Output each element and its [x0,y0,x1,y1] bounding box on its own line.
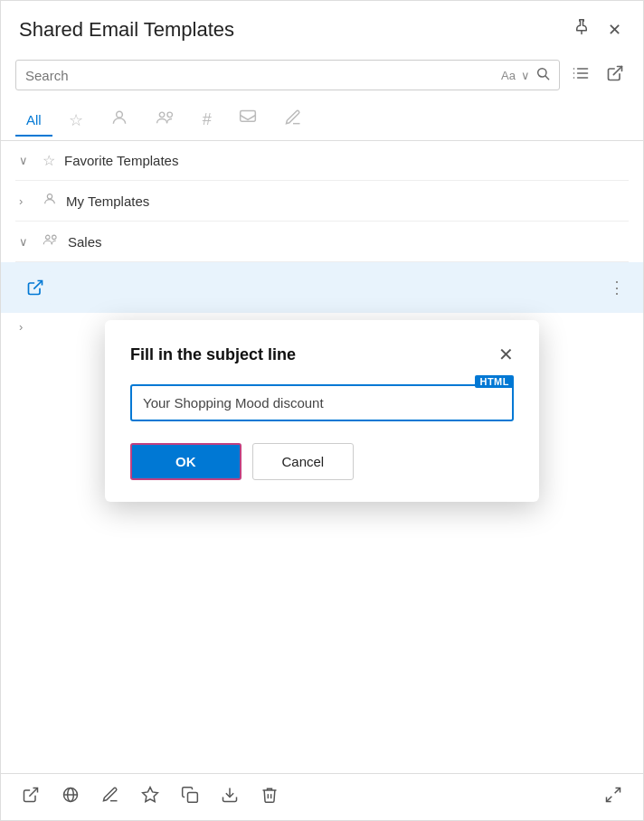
panel: Shared Email Templates ✕ Aa ∨ [0,0,644,821]
modal-input-wrapper: HTML [130,384,514,421]
ok-button[interactable]: OK [130,443,242,480]
modal-title: Fill in the subject line [130,345,296,364]
modal-close-button[interactable]: ✕ [498,345,514,363]
modal-actions: OK Cancel [130,443,514,480]
cancel-button[interactable]: Cancel [252,443,355,480]
modal-header: Fill in the subject line ✕ [130,345,514,364]
html-badge: HTML [475,375,514,388]
modal-backdrop: Fill in the subject line ✕ HTML OK Cance… [1,1,643,820]
modal-dialog: Fill in the subject line ✕ HTML OK Cance… [105,320,539,502]
subject-line-input[interactable] [130,384,514,421]
